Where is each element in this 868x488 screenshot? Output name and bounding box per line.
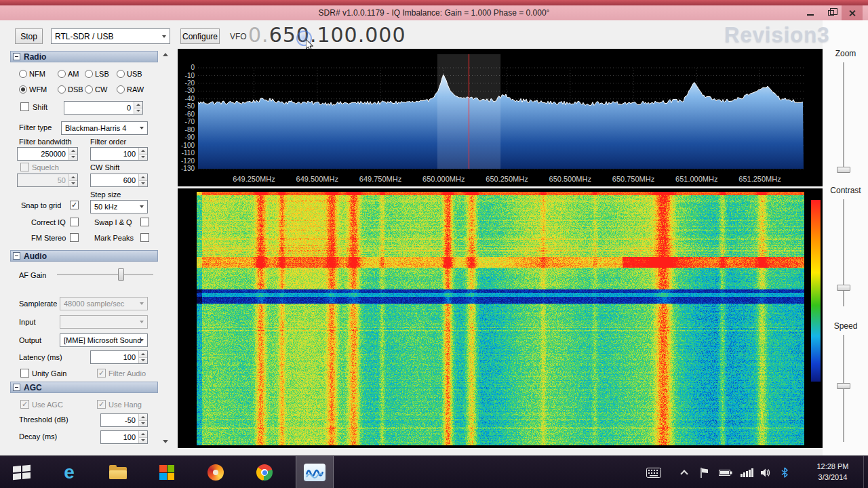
mode-lsb-radio[interactable] [85, 70, 93, 78]
speed-slider-thumb[interactable] [837, 383, 850, 389]
spinner-up-icon[interactable] [139, 351, 147, 357]
spinner-up-icon[interactable] [139, 414, 147, 420]
decay-input[interactable]: 100 [100, 430, 148, 444]
correct-iq-checkbox[interactable] [70, 218, 79, 226]
fm-stereo-checkbox[interactable] [70, 233, 79, 242]
shift-input[interactable]: 0 [64, 101, 143, 115]
taskbar-clock[interactable]: 12:28 PM 3/3/2014 [807, 461, 859, 483]
samplerate-select[interactable]: 48000 sample/sec [60, 297, 148, 310]
start-button[interactable] [7, 456, 37, 488]
decay-spinner[interactable] [138, 431, 147, 443]
stop-button[interactable]: Stop [15, 28, 43, 44]
squelch-checkbox[interactable] [20, 163, 29, 171]
unity-gain-checkbox[interactable] [20, 369, 29, 378]
mode-am-radio[interactable] [58, 70, 66, 78]
waterfall-display[interactable] [197, 192, 804, 445]
slider-thumb[interactable] [118, 268, 124, 281]
cw-shift-input[interactable]: 600 [90, 174, 148, 187]
use-hang-checkbox[interactable] [97, 400, 106, 409]
sidebar-scroll-up-icon[interactable] [163, 53, 168, 56]
freq-axis-label: 650.250MHz [486, 175, 528, 183]
squelch-spinner[interactable] [68, 174, 77, 186]
taskbar-app-swirl[interactable] [201, 456, 231, 488]
collapse-icon[interactable] [13, 53, 20, 60]
minimize-button[interactable] [800, 5, 821, 20]
audio-group-header[interactable]: Audio [10, 250, 158, 262]
swap-iq-checkbox[interactable] [140, 218, 149, 226]
shift-spinner[interactable] [134, 102, 142, 114]
filter-order-input[interactable]: 100 [90, 147, 148, 161]
zoom-slider-thumb[interactable] [837, 167, 850, 173]
mode-usb-radio[interactable] [117, 70, 125, 78]
mark-peaks-checkbox[interactable] [140, 233, 149, 242]
mode-dsb-radio[interactable] [58, 85, 66, 94]
spinner-down-icon[interactable] [134, 108, 142, 115]
tray-network[interactable] [738, 456, 755, 488]
spectrum-display[interactable]: 0-10-20-30-40-50-60-70-80-90-100-110-120… [178, 49, 823, 186]
configure-button[interactable]: Configure [180, 28, 220, 44]
sidebar-scroll-down-icon[interactable] [163, 440, 168, 443]
spinner-down-icon[interactable] [69, 180, 77, 187]
spinner-up-icon[interactable] [139, 174, 147, 180]
filter-bandwidth-input[interactable]: 250000 [17, 147, 78, 161]
spinner-up-icon[interactable] [69, 174, 77, 180]
filter-order-spinner[interactable] [138, 148, 147, 160]
spinner-down-icon[interactable] [139, 420, 147, 427]
latency-spinner[interactable] [138, 351, 147, 363]
taskbar-active-app-sdrsharp[interactable] [296, 456, 334, 488]
squelch-input[interactable]: 50 [17, 174, 78, 187]
tray-power[interactable] [716, 456, 735, 488]
mode-nfm-radio[interactable] [19, 70, 27, 78]
show-desktop-button[interactable] [863, 456, 868, 488]
input-select[interactable] [60, 315, 148, 329]
spinner-up-icon[interactable] [139, 148, 147, 154]
mode-wfm-radio[interactable] [19, 85, 27, 94]
taskbar-app-tiles[interactable] [152, 456, 182, 488]
threshold-spinner[interactable] [138, 414, 147, 426]
spinner-down-icon[interactable] [139, 154, 147, 161]
af-gain-slider[interactable] [57, 268, 153, 281]
filter-type-value: Blackman-Harris 4 [65, 124, 137, 132]
use-agc-checkbox[interactable] [20, 400, 29, 409]
filter-audio-checkbox[interactable] [97, 369, 106, 378]
latency-input[interactable]: 100 [90, 350, 148, 364]
step-size-select[interactable]: 50 kHz [90, 200, 148, 214]
tray-touch-keyboard[interactable] [642, 456, 666, 488]
collapse-icon[interactable] [13, 384, 20, 391]
shift-checkbox[interactable] [20, 102, 29, 111]
mode-raw-radio[interactable] [117, 85, 125, 94]
radio-group-header[interactable]: Radio [10, 51, 158, 62]
tray-volume[interactable] [757, 456, 774, 488]
agc-group-header[interactable]: AGC [10, 382, 158, 393]
tray-show-hidden-icons[interactable] [675, 456, 693, 488]
spinner-down-icon[interactable] [139, 437, 147, 444]
window-titlebar[interactable]: SDR# v1.0.0.1179 - IQ Imbalance: Gain = … [0, 5, 868, 20]
collapse-icon[interactable] [13, 252, 20, 260]
zoom-slider-track[interactable] [843, 62, 844, 169]
tray-bluetooth[interactable] [776, 456, 793, 488]
spinner-up-icon[interactable] [69, 148, 77, 154]
taskbar-chrome[interactable] [250, 456, 279, 488]
threshold-input[interactable]: -50 [100, 413, 148, 427]
spinner-down-icon[interactable] [69, 154, 77, 161]
bluetooth-icon [781, 467, 789, 478]
close-button[interactable] [842, 5, 863, 20]
cw-shift-spinner[interactable] [138, 174, 147, 186]
contrast-slider-thumb[interactable] [837, 285, 850, 291]
mode-cw-radio[interactable] [85, 85, 93, 94]
filter-type-select[interactable]: Blackman-Harris 4 [61, 121, 148, 135]
spinner-down-icon[interactable] [139, 357, 147, 364]
spinner-up-icon[interactable] [134, 102, 142, 108]
tray-action-center[interactable] [696, 456, 713, 488]
frequency-display[interactable]: 0.650.100.000 [248, 24, 406, 47]
snap-to-grid-checkbox[interactable] [70, 201, 79, 209]
spinner-down-icon[interactable] [139, 180, 147, 187]
spinner-up-icon[interactable] [139, 431, 147, 437]
taskbar-file-explorer[interactable] [103, 456, 133, 488]
filter-bandwidth-spinner[interactable] [68, 148, 77, 160]
output-select[interactable]: [MME] Microsoft Sound [60, 333, 148, 347]
frequency-value[interactable]: 650.100.000 [269, 23, 406, 47]
taskbar-internet-explorer[interactable]: e [54, 456, 84, 488]
device-select[interactable]: RTL-SDR / USB [51, 28, 170, 44]
restore-button[interactable] [821, 5, 842, 20]
